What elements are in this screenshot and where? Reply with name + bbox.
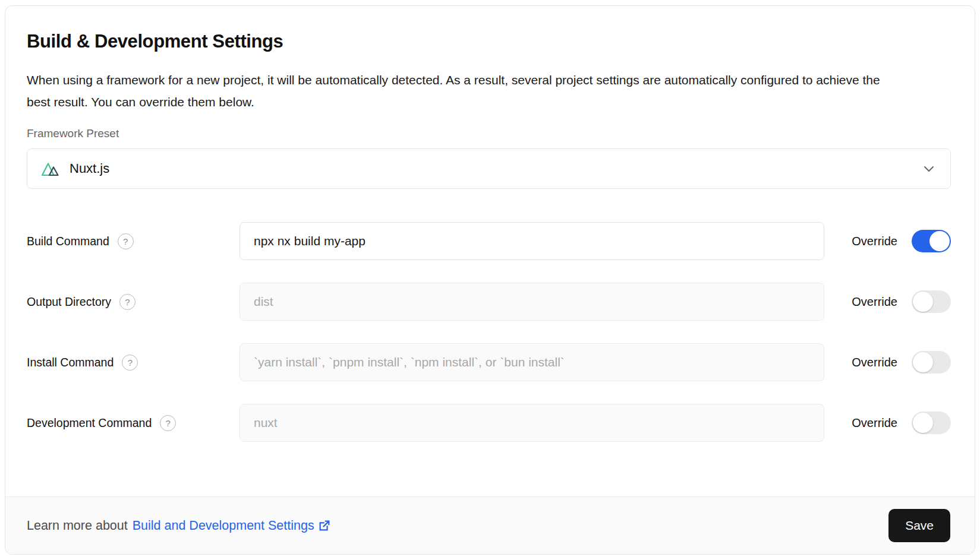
development-command-label: Development Command [27, 416, 152, 430]
help-icon[interactable]: ? [118, 233, 134, 249]
build-command-label: Build Command [27, 235, 109, 248]
output-directory-override-toggle[interactable] [912, 290, 951, 313]
nuxt-icon [41, 160, 61, 178]
build-settings-docs-link[interactable]: Build and Development Settings [133, 518, 331, 533]
build-command-override-toggle[interactable] [912, 230, 951, 252]
external-link-icon [318, 519, 331, 532]
settings-rows: Build Command ? Override Output Director… [27, 222, 951, 442]
toggle-knob [913, 413, 933, 433]
development-command-input [240, 404, 824, 442]
build-settings-card: Build & Development Settings When using … [5, 5, 975, 555]
framework-preset-select[interactable]: Nuxt.js [27, 148, 951, 189]
development-command-row: Development Command ? Override [27, 404, 951, 442]
install-command-row: Install Command ? Override [27, 343, 951, 381]
settings-description: When using a framework for a new project… [27, 69, 894, 113]
development-command-override-toggle[interactable] [912, 412, 951, 434]
toggle-knob [913, 292, 933, 312]
card-footer: Learn more about Build and Development S… [5, 496, 975, 554]
output-directory-label: Output Directory [27, 295, 111, 309]
framework-preset-value: Nuxt.js [70, 161, 109, 176]
save-button[interactable]: Save [888, 509, 950, 542]
build-command-row: Build Command ? Override [27, 222, 951, 260]
help-icon[interactable]: ? [119, 294, 136, 310]
install-command-override-toggle[interactable] [912, 351, 951, 374]
output-directory-row: Output Directory ? Override [27, 283, 951, 321]
chevron-down-icon [922, 162, 936, 176]
toggle-knob [929, 231, 950, 251]
card-content: Build & Development Settings When using … [5, 6, 975, 496]
override-label: Override [852, 295, 897, 309]
install-command-input [240, 343, 824, 381]
learn-more-text: Learn more about [27, 518, 128, 533]
install-command-label: Install Command [27, 356, 114, 369]
toggle-knob [913, 352, 933, 372]
override-label: Override [852, 356, 897, 369]
output-directory-input [240, 283, 824, 321]
help-icon[interactable]: ? [160, 415, 176, 431]
override-label: Override [852, 235, 897, 248]
framework-preset-label: Framework Preset [27, 127, 951, 140]
page-title: Build & Development Settings [27, 31, 951, 52]
override-label: Override [852, 416, 897, 430]
build-command-input[interactable] [240, 222, 824, 260]
help-icon[interactable]: ? [122, 355, 138, 371]
